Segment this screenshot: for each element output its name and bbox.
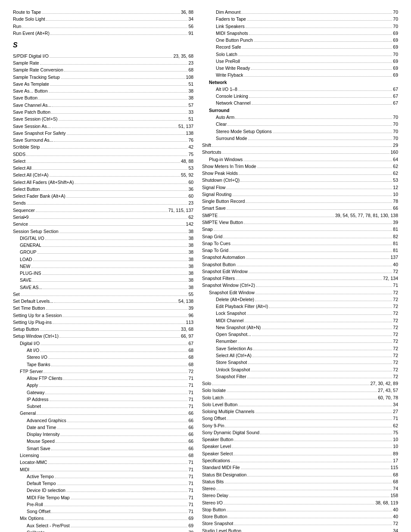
index-entry: Sample Rate Conversion68 [13,66,193,73]
section-letter-S: S [13,39,193,52]
entry-name: New Snapshot (Alt+N) [216,324,261,331]
entry-dots [246,28,392,28]
entry-dots [21,296,188,296]
entry-pages: 55, 92 [181,171,193,178]
entry-pages: 38 [188,242,193,249]
index-entry: MIDI71 [13,466,193,473]
entry-name: SAVE AS... [20,284,42,291]
entry-dots [46,20,188,21]
entry-pages: 67 [188,340,193,347]
index-entry: Setting Up for a Session96 [13,312,193,319]
index-entry: Select Fader Bank (Alt+A)60 [13,193,193,199]
index-entry: Save Patch Button33 [13,109,193,115]
index-entry: Sony 9-Pin62 [202,422,398,429]
entry-name: Save Surround As... [13,137,53,143]
entry-name: Display Intensity [27,431,59,438]
entry-pages: 72 [393,366,398,373]
entry-pages: 76 [188,137,193,143]
entry-name: Unlock Snapshot [216,366,250,373]
entry-name: Snapshot Automation [202,254,245,261]
entry-name: Gateway [27,389,44,396]
entry-pages: 38 [188,270,193,277]
entry-dots [42,274,188,275]
index-entry: Stereo I/O38, 68, 119 [202,499,398,506]
entry-name: Licensing [20,452,39,459]
index-entry: Run56 [13,23,193,30]
entry-name: Snapshot Window (Ctrl+2) [202,282,255,289]
entry-name: Sony Dynamic Digital Sound [202,429,259,436]
entry-name: Select [13,158,25,165]
entry-pages: 62 [393,170,398,177]
entry-pages: 68 [188,66,193,73]
entry-pages: 54, 138 [178,298,193,305]
entry-pages: 142 [186,221,194,227]
entry-pages: 42 [188,143,193,150]
entry-name: FTP Server [20,368,43,375]
entry-dots [238,90,392,91]
entry-pages: 29 [393,142,398,149]
entry-name: DIGITAL I/O [20,235,44,242]
entry-name: Save Snapshot For Safety [13,130,66,137]
entry-name: S/PDIF Digital I/O [13,53,49,59]
entry-dots [59,337,180,338]
entry-pages: 72 [393,310,398,317]
entry-pages: 71 [188,487,193,494]
entry-pages: 69 [393,37,398,44]
entry-pages: 138 [186,130,194,137]
entry-name: MIDI [20,466,29,473]
index-entry: LOAD38 [13,256,193,263]
entry-name: IP Address [27,396,49,403]
entry-pages: 39 [188,305,193,311]
entry-dots [247,20,392,21]
index-entry: Save As Template51 [13,81,193,87]
entry-dots [254,41,392,42]
index-entry: Active Tempo71 [13,473,193,480]
entry-name: Date and Time [27,424,56,431]
index-entry: Save As... Button38 [13,87,193,94]
entry-pages: 70 [188,529,193,532]
entry-pages: 60 [188,179,193,186]
entry-pages: 89 [393,450,398,457]
index-entry: Date and Time66 [13,424,193,431]
entry-pages: 60, 70, 78 [378,394,398,401]
entry-dots [44,373,187,373]
entry-dots [42,408,187,408]
entry-pages: 74 [393,485,398,492]
entry-pages: 66 [188,417,193,424]
entry-pages: 33, 68 [181,326,193,333]
index-entry: Alt I/O68 [13,347,193,354]
index-entry: MIDI Channel72 [202,317,398,324]
index-entry: Use Write Ready69 [202,65,398,72]
entry-pages: 23, 35, 68 [173,53,193,59]
entry-name: Aux Select - Pre/Post [27,522,70,529]
index-entry: Write Flyback69 [202,72,398,78]
entry-dots [249,34,392,35]
entry-pages: 71 [188,375,193,382]
entry-pages: 81 [393,247,398,254]
entry-dots [48,358,188,359]
index-entry: Alt I/O 1–867 [202,86,398,93]
entry-dots [44,506,187,506]
entry-dots [67,134,185,135]
entry-name: Use PreRoll [216,58,240,65]
entry-name: MIDI File Tempo Map [27,494,70,501]
entry-pages: 70 [393,51,398,58]
entry-dots [227,125,392,126]
index-entry: Set Default Levels...54, 138 [13,298,193,305]
right-column: Dim Amount70Faders to Tape70Link Speaker… [198,9,398,532]
entry-name: Run Event (Alt+R) [13,30,50,37]
index-entry: Delete (Alt+Delete)72 [202,296,398,303]
entry-pages: 66 [188,410,193,417]
entry-dots [40,457,187,457]
entry-pages: 68 [188,361,193,368]
entry-pages: 72 [393,359,398,366]
index-entry: DIGITAL I/O38 [13,235,193,242]
index-entry: Snapshot Window (Ctrl+2)71 [202,282,398,289]
entry-pages: 36 [188,186,193,193]
index-entry: Service142 [13,221,193,227]
index-entry: Mix Options69 [13,515,193,522]
entry-pages: 68 [188,354,193,361]
entry-dots [232,196,392,196]
entry-name: Locator-MMC [20,459,47,466]
entry-name: Soloing Multiple Channels [202,408,254,415]
